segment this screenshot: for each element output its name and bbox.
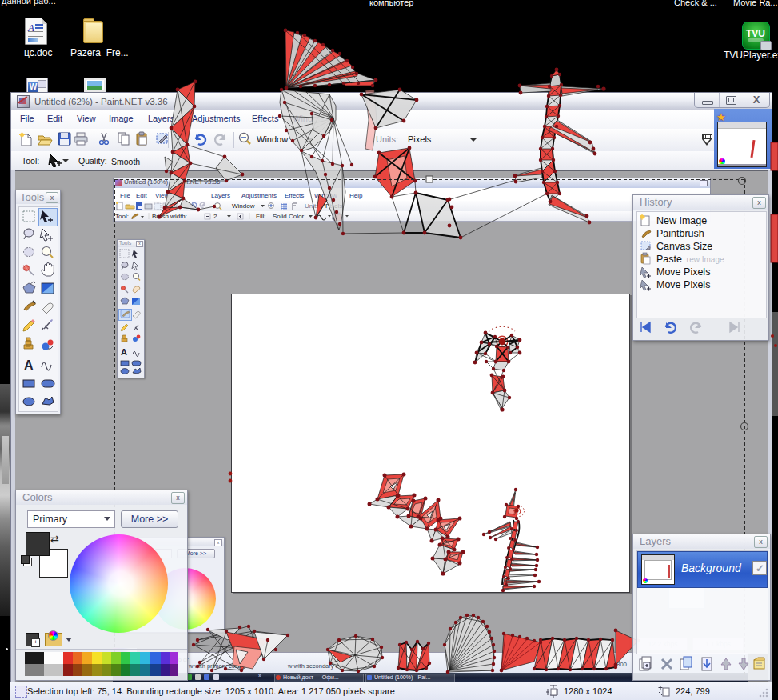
svg-text:A: A [24, 358, 34, 372]
